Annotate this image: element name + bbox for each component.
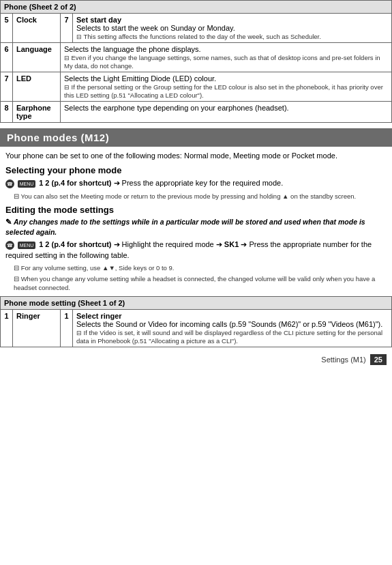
mode-table: Phone mode setting (Sheet 1 of 2) 1 Ring… [0,296,392,347]
edit-mode-step: ☎ MENU 1 2 (p.4 for shortcut) ➔ Highligh… [5,240,387,261]
col-label2-ringer: Select ringer [76,312,122,320]
note-setstart: This setting affects the functions relat… [76,33,321,40]
edit-step-nums: 1 2 (p.4 for shortcut) [39,240,111,248]
phone-table: Phone (Sheet 2 of 2) 5 Clock 7 Set start… [0,0,392,123]
select-mode-step: ☎ MENU 1 2 (p.4 for shortcut) ➔ Press th… [5,178,387,188]
edit-action: Highlight the required mode [122,240,214,248]
arrow-right: ➔ [114,179,122,187]
desc-setstart: Selects to start the week on Sunday or M… [76,24,235,32]
row-num-8: 8 [1,102,13,123]
row-label-led: LED [13,72,61,102]
arrow-right2: ➔ [114,240,122,248]
col-num2-7: 7 [61,14,73,43]
col-label2-setstart: Set start day [76,16,121,24]
row-num-7: 7 [1,72,13,102]
desc-led: Selects the Light Emitting Diode (LED) c… [64,74,216,83]
note-led: If the personal setting or the Group set… [64,83,383,99]
select-step-nums: 1 2 (p.4 for shortcut) [39,179,111,187]
footer: Settings (M1) 25 [0,354,392,365]
phone-icon2: ☎ [5,241,14,250]
desc-language: Selects the language the phone displays. [64,45,201,53]
table-row: 8 Earphone type Selects the earphone typ… [1,102,392,123]
table-row: 6 Language Selects the language the phon… [1,43,392,72]
menu-icon2: MENU [18,242,35,249]
col-desc-language: Selects the language the phone displays.… [61,43,392,72]
desc-ringer: Selects the Sound or Video for incoming … [76,320,382,328]
select-action: Press the appropriate key for the requir… [122,179,284,187]
edit-note1: For any volume setting, use ▲▼, Side key… [14,263,387,272]
row-num-6: 6 [1,43,13,72]
desc-earphone: Selects the earphone type depending on y… [64,104,289,112]
select-mode-note: You can also set the Meeting mode or ret… [14,192,387,201]
table-row: 7 LED Selects the Light Emitting Diode (… [1,72,392,102]
col-desc-ringer: Select ringer Selects the Sound or Video… [73,310,392,347]
note-ringer: If the Video is set, it will sound and w… [76,329,382,345]
intro-text: Your phone can be set to one of the foll… [5,151,387,161]
col-desc-led: Selects the Light Emitting Diode (LED) c… [61,72,392,102]
arrow-right4: ➔ [241,240,249,248]
col-desc-earphone: Selects the earphone type depending on y… [61,102,392,123]
footer-text: Settings (M1) [321,356,365,364]
row-label-clock: Clock [13,14,61,43]
table-row: 1 Ringer 1 Select ringer Selects the Sou… [1,310,392,347]
phone-icon: ☎ [5,179,14,188]
table-row: 5 Clock 7 Set start day Selects to start… [1,14,392,43]
edit-mode-italic-note: Any changes made to the settings while i… [5,217,387,237]
page-number: 25 [370,354,387,365]
row-label-ringer: Ringer [13,310,61,347]
note-language: Even if you change the language settings… [64,54,380,70]
edit-mode-heading: Editing the mode settings [5,205,387,215]
col-desc-setstart: Set start day Selects to start the week … [73,14,392,43]
col-num2-ringer: 1 [61,310,73,347]
menu-icon: MENU [18,180,35,188]
row-label-earphone: Earphone type [13,102,61,123]
row-num-ringer: 1 [1,310,13,347]
row-num-5: 5 [1,14,13,43]
section-header: Phone modes (M12) [0,128,392,147]
edit-note2: When you change any volume setting while… [14,274,387,293]
row-label-language: Language [13,43,61,72]
select-mode-heading: Selecting your phone mode [5,165,387,175]
arrow-right3: ➔ [216,240,224,248]
top-table-header: Phone (Sheet 2 of 2) [1,1,392,14]
sk1: SK1 [224,240,239,248]
mode-table-header: Phone mode setting (Sheet 1 of 2) [1,297,392,310]
